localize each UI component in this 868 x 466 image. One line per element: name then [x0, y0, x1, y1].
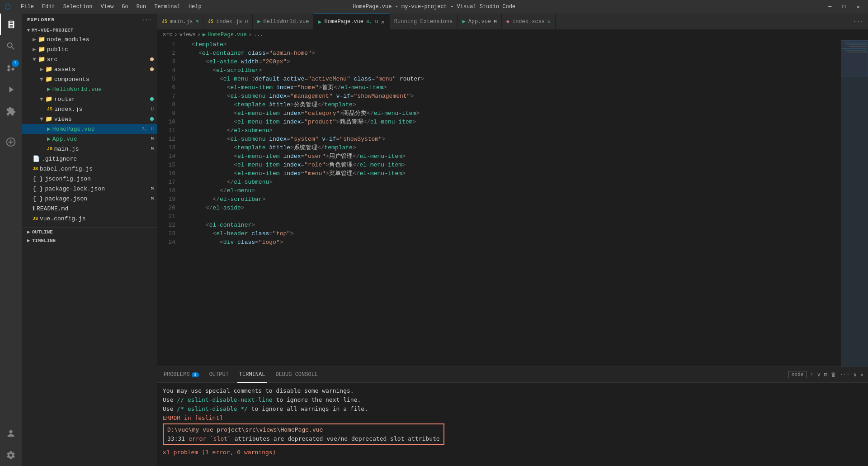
source-control-activity-icon[interactable]: 7	[0, 57, 22, 79]
project-root[interactable]: ▼ MY-VUE-PROJECT	[22, 26, 157, 34]
tab-scss-label: index.scss	[512, 19, 545, 25]
activity-bar: 7	[0, 14, 22, 466]
router-index-badge: U	[151, 106, 154, 112]
terminal-node-indicator: node	[788, 371, 807, 378]
maximize-button[interactable]: □	[839, 4, 849, 10]
close-button[interactable]: ✕	[853, 4, 863, 10]
breadcrumb-sep3: ›	[249, 32, 252, 38]
title-bar-left: ⬡ File Edit Selection View Go Run Termin…	[5, 2, 205, 11]
breadcrumb-homepage[interactable]: HomePage.vue	[208, 32, 246, 38]
tabs-bar: JS main.js M JS index.js U ▶ HelloWorld.…	[157, 14, 868, 29]
menu-run[interactable]: Run	[133, 3, 150, 11]
terminal-add-button[interactable]: +	[810, 371, 813, 378]
tab-homepage[interactable]: ▶ HomePage.vue 3, U ✕	[314, 14, 390, 29]
menu-terminal[interactable]: Terminal	[151, 3, 184, 11]
breadcrumb-src[interactable]: src	[163, 32, 173, 38]
tab-index-js[interactable]: JS index.js U	[203, 14, 253, 29]
terminal-panel: PROBLEMS 3 OUTPUT TERMINAL DEBUG CONSOLE…	[157, 366, 868, 466]
tree-vue-config[interactable]: JS vue.config.js	[22, 214, 157, 223]
tree-public[interactable]: ▶ 📁 public	[22, 44, 157, 54]
terminal-delete-button[interactable]: 🗑	[831, 371, 836, 378]
tree-jsconfig[interactable]: { } jsconfig.json	[22, 174, 157, 184]
readme-label: README.md	[37, 205, 68, 212]
tab-problems[interactable]: PROBLEMS 3	[162, 367, 201, 383]
tree-components[interactable]: ▼ 📁 components	[22, 74, 157, 84]
code-line-18: </el-menu>	[184, 186, 832, 195]
outline-label: OUTLINE	[32, 229, 53, 235]
account-activity-icon[interactable]	[0, 423, 22, 444]
timeline-section[interactable]: ▶ TIMELINE	[22, 236, 157, 245]
tab-debug-console[interactable]: DEBUG CONSOLE	[274, 367, 320, 383]
code-line-4: <el-scrollbar>	[184, 66, 832, 75]
tree-node-modules[interactable]: ▶ 📁 node_modules	[22, 34, 157, 44]
tree-package-json[interactable]: { } package.json M	[22, 194, 157, 204]
tabs-overflow-icon[interactable]: ···	[849, 18, 868, 25]
terminal-more-button[interactable]: ···	[840, 371, 850, 378]
menu-edit[interactable]: Edit	[38, 3, 59, 11]
tab-homepage-close[interactable]: ✕	[381, 18, 384, 26]
sidebar-title: EXPLORER	[27, 17, 55, 23]
package-json-badge: M	[151, 196, 154, 201]
terminal-content[interactable]: You may use special comments to disable …	[157, 383, 868, 466]
tab-running-extensions[interactable]: Running Extensions	[390, 14, 458, 29]
tab-main-js[interactable]: JS main.js M	[157, 14, 203, 29]
tab-app-vue[interactable]: ▶ App.vue M	[458, 14, 501, 29]
tree-assets[interactable]: ▶ 📁 assets	[22, 64, 157, 74]
chevron-down-icon: ▼	[27, 28, 30, 33]
tree-app-vue[interactable]: ▶ App.vue M	[22, 134, 157, 144]
tab-main-js-icon: JS	[162, 19, 167, 24]
terminal-close-button[interactable]: ✕	[860, 371, 863, 378]
terminal-split-button[interactable]: ⊟	[824, 371, 827, 378]
minimize-button[interactable]: ─	[825, 4, 835, 10]
tree-router[interactable]: ▼ 📁 router	[22, 94, 157, 104]
tab-terminal[interactable]: TERMINAL	[237, 367, 267, 383]
menu-view[interactable]: View	[97, 3, 117, 11]
editor-content: 12345 678910 1112131415 1617181920 21222…	[157, 40, 832, 366]
helloworld-vue-label: HelloWorld.vue	[52, 86, 102, 93]
menu-help[interactable]: Help	[185, 3, 205, 11]
tree-package-lock[interactable]: { } package-lock.json M	[22, 184, 157, 194]
sidebar-more-button[interactable]: ···	[142, 17, 152, 23]
tree-gitignore[interactable]: 📄 .gitignore	[22, 154, 157, 164]
code-line-15: <el-menu-item index="role">角色管理</el-menu…	[184, 161, 832, 169]
src-modified-dot	[150, 57, 154, 61]
tree-homepage-vue[interactable]: ▶ HomePage.vue 3, U	[22, 124, 157, 134]
breadcrumb-sep1: ›	[175, 32, 178, 38]
terminal-line-3: Use /* eslint-disable */ to ignore all w…	[163, 404, 863, 414]
settings-activity-icon[interactable]	[0, 444, 22, 466]
tab-helloworld[interactable]: ▶ HelloWorld.vue	[253, 14, 314, 29]
timeline-label: TIMELINE	[32, 238, 56, 243]
code-line-22: <el-container>	[184, 221, 832, 229]
tree-readme[interactable]: ℹ README.md	[22, 204, 157, 214]
terminal-label: TERMINAL	[239, 371, 265, 378]
code-line-20: </el-aside>	[184, 204, 832, 212]
breadcrumb-vue-icon: ▶	[203, 31, 206, 38]
tree-babel-config[interactable]: JS babel.config.js	[22, 164, 157, 174]
breadcrumb-ellipsis[interactable]: ...	[254, 32, 264, 38]
tree-main-js[interactable]: JS main.js M	[22, 144, 157, 154]
window-title: HomePage.vue - my-vue-project - Visual S…	[353, 4, 515, 10]
tab-output[interactable]: OUTPUT	[208, 367, 231, 383]
remote-activity-icon[interactable]	[0, 131, 22, 153]
search-activity-icon[interactable]	[0, 35, 22, 57]
code-line-10: <el-menu-item index="product">商品管理</el-m…	[184, 118, 832, 126]
breadcrumb-views[interactable]: views	[179, 32, 196, 38]
terminal-line-2: Use // eslint-disable-next-line to ignor…	[163, 395, 863, 404]
menu-file[interactable]: File	[17, 3, 38, 11]
tree-src[interactable]: ▼ 📁 src	[22, 54, 157, 64]
menu-go[interactable]: Go	[118, 3, 132, 11]
views-modified-dot	[150, 117, 154, 121]
public-label: public	[47, 46, 68, 53]
extensions-activity-icon[interactable]	[0, 100, 22, 122]
explorer-activity-icon[interactable]	[0, 14, 22, 35]
tree-views[interactable]: ▼ 📁 views	[22, 114, 157, 124]
tab-index-scss[interactable]: ◆ index.scss U	[502, 14, 556, 29]
tree-index-js-router[interactable]: JS index.js U	[22, 104, 157, 114]
tree-helloworld-vue[interactable]: ▶ HelloWorld.vue	[22, 84, 157, 94]
app-vue-label: App.vue	[52, 136, 77, 143]
run-activity-icon[interactable]	[0, 79, 22, 100]
terminal-chevron-down-button[interactable]: ∨	[817, 371, 820, 378]
outline-section[interactable]: ▶ OUTLINE	[22, 228, 157, 236]
menu-selection[interactable]: Selection	[60, 3, 96, 11]
terminal-maximize-button[interactable]: ∧	[854, 371, 857, 378]
